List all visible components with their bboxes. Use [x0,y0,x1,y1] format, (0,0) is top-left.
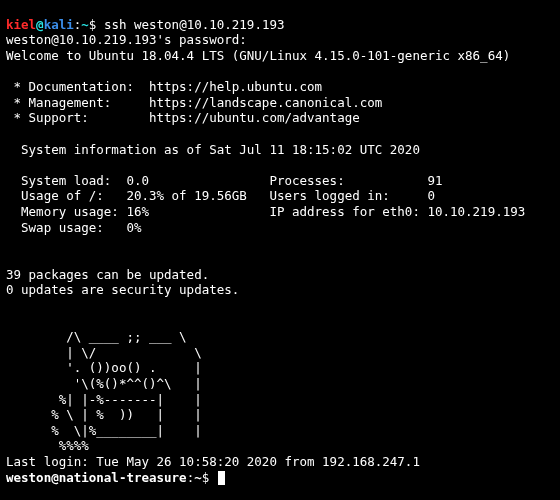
prompt-user: kiel [6,17,36,32]
sysinfo-line-4: Swap usage: 0% [6,220,141,235]
typed-command: ssh weston@10.10.219.193 [104,17,285,32]
sysinfo-line-1: System load: 0.0 Processes: 91 [6,173,443,188]
remote-symbol: $ [202,470,217,485]
management-link-line: * Management: https://landscape.canonica… [6,95,382,110]
terminal-output[interactable]: kiel@kali:~$ ssh weston@10.10.219.193 we… [0,13,560,490]
updates-line-1: 39 packages can be updated. [6,267,209,282]
last-login-line: Last login: Tue May 26 10:58:20 2020 fro… [6,454,420,469]
motd-art-4: '\(%()*^^()^\ | [6,376,202,391]
local-prompt: kiel@kali:~$ [6,17,104,32]
prompt-host: kali [44,17,74,32]
remote-prompt: weston@national-treasure:~$ [6,470,217,485]
prompt-at: @ [36,17,44,32]
remote-path: ~ [194,470,202,485]
motd-art-1: /\ ____ ;; ___ \ [6,329,187,344]
prompt-path: ~ [81,17,89,32]
motd-art-6: % \ | % )) | | [6,407,202,422]
updates-line-2: 0 updates are security updates. [6,282,239,297]
remote-userhost: weston@national-treasure [6,470,187,485]
support-link-line: * Support: https://ubuntu.com/advantage [6,110,360,125]
motd-art-8: %%%% [6,438,89,453]
motd-art-5: %| |-%-------| | [6,392,202,407]
welcome-line: Welcome to Ubuntu 18.04.4 LTS (GNU/Linux… [6,48,510,63]
sysinfo-header: System information as of Sat Jul 11 18:1… [6,142,420,157]
motd-art-2: | \/ \ [6,345,202,360]
sysinfo-line-2: Usage of /: 20.3% of 19.56GB Users logge… [6,188,435,203]
password-prompt: weston@10.10.219.193's password: [6,32,247,47]
prompt-symbol: $ [89,17,104,32]
cursor-block [218,471,225,485]
motd-art-7: % \|%________| | [6,423,202,438]
doc-link-line: * Documentation: https://help.ubuntu.com [6,79,322,94]
motd-art-3: '. ())oo() . | [6,360,202,375]
sysinfo-line-3: Memory usage: 16% IP address for eth0: 1… [6,204,525,219]
